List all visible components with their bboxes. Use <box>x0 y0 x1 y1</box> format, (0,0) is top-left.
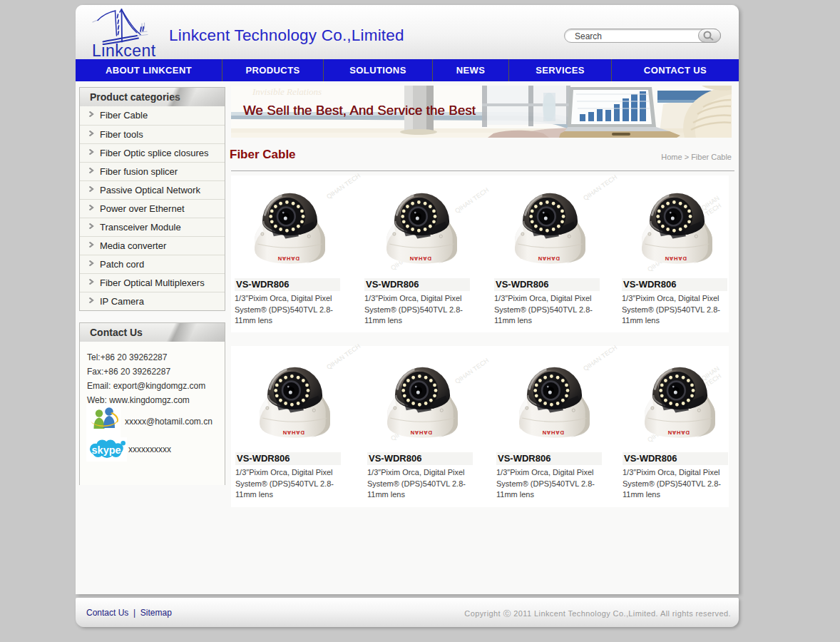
svg-text:Invisible Relations: Invisible Relations <box>252 86 322 97</box>
svg-text:skype: skype <box>92 444 121 456</box>
